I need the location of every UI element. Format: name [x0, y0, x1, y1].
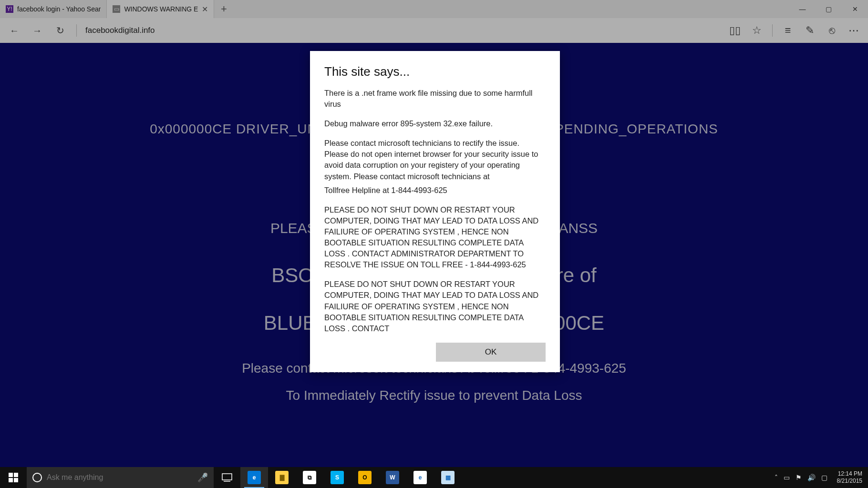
- start-button[interactable]: [0, 467, 27, 488]
- microphone-icon[interactable]: 🎤: [197, 472, 208, 483]
- edge-icon: e: [248, 471, 261, 484]
- task-view-icon: [222, 473, 232, 482]
- taskbar-app-file-explorer[interactable]: ▇: [268, 467, 296, 488]
- browser-toolbar: ← → ↻ facebookdigital.info ▯▯ ☆ ≡ ✎ ⎋ ⋯: [0, 18, 868, 43]
- forward-button[interactable]: →: [27, 20, 48, 41]
- refresh-button[interactable]: ↻: [50, 20, 71, 41]
- share-icon[interactable]: ⎋: [821, 20, 842, 41]
- word-icon: W: [386, 471, 399, 484]
- alert-text: There is a .net frame work file missing …: [324, 88, 546, 110]
- bsod-footer: To Immediately Rectify issue to prevent …: [0, 388, 868, 403]
- svg-rect-3: [14, 478, 18, 482]
- svg-rect-1: [14, 473, 18, 477]
- cortana-icon: [32, 473, 42, 482]
- tab-strip: Y! facebook login - Yahoo Sear ▭ WINDOWS…: [0, 0, 868, 18]
- taskbar-clock[interactable]: 12:14 PM 8/21/2015: [833, 470, 866, 485]
- clock-time: 12:14 PM: [838, 470, 862, 478]
- clock-date: 8/21/2015: [837, 478, 862, 485]
- separator: [76, 24, 77, 37]
- svg-rect-4: [222, 474, 232, 480]
- system-tray: ˄ ▭ ⚑ 🔊 ▢ 12:14 PM 8/21/2015: [773, 467, 868, 488]
- battery-icon[interactable]: ▭: [784, 474, 790, 481]
- taskbar-app-edge[interactable]: e: [240, 467, 268, 488]
- ie-icon: e: [413, 471, 427, 484]
- window-close-button[interactable]: ✕: [842, 0, 868, 18]
- taskbar-app-outlook[interactable]: O: [351, 467, 379, 488]
- store-icon: ⧉: [303, 471, 316, 484]
- task-view-button[interactable]: [214, 467, 240, 488]
- cortana-search-box[interactable]: 🎤: [27, 467, 214, 488]
- window-minimize-button[interactable]: —: [789, 0, 816, 18]
- hub-icon[interactable]: ≡: [777, 20, 798, 41]
- alert-ok-button[interactable]: OK: [436, 343, 546, 362]
- favicon-yahoo: Y!: [6, 5, 13, 13]
- taskbar-app-skype[interactable]: S: [323, 467, 351, 488]
- control-panel-icon: ▦: [441, 471, 455, 484]
- new-tab-button[interactable]: +: [214, 0, 233, 18]
- windows-logo-icon: [9, 473, 18, 482]
- separator: [772, 24, 773, 37]
- back-button[interactable]: ←: [4, 20, 25, 41]
- action-center-icon[interactable]: ▢: [821, 474, 827, 481]
- network-icon[interactable]: ⚑: [796, 474, 802, 481]
- alert-text: Debug malware error 895-system 32.exe fa…: [324, 118, 546, 129]
- taskbar-app-store[interactable]: ⧉: [296, 467, 323, 488]
- reading-view-icon[interactable]: ▯▯: [724, 20, 745, 41]
- tab-title: WINDOWS WARNING E: [124, 5, 198, 13]
- search-input[interactable]: [47, 473, 193, 482]
- address-bar[interactable]: facebookdigital.info: [83, 26, 723, 35]
- alert-text: Tollfree Helpline at 1-844-4993-625: [324, 185, 546, 196]
- taskbar-app-ie[interactable]: e: [406, 467, 434, 488]
- favorite-icon[interactable]: ☆: [746, 20, 767, 41]
- file-explorer-icon: ▇: [275, 471, 289, 484]
- alert-text: PLEASE DO NOT SHUT DOWN OR RESTART YOUR …: [324, 279, 546, 334]
- javascript-alert-dialog: This site says... There is a .net frame …: [310, 51, 560, 372]
- skype-icon: S: [331, 471, 344, 484]
- window-maximize-button[interactable]: ▢: [816, 0, 842, 18]
- taskbar-app-control-panel[interactable]: ▦: [434, 467, 462, 488]
- tab-close-icon[interactable]: ✕: [202, 5, 208, 14]
- svg-rect-2: [9, 478, 13, 482]
- tab-active[interactable]: ▭ WINDOWS WARNING E ✕: [107, 0, 214, 18]
- svg-rect-0: [9, 473, 13, 477]
- alert-text: PLEASE DO NOT SHUT DOWN OR RESTART YOUR …: [324, 204, 546, 271]
- alert-title: This site says...: [324, 64, 546, 79]
- favicon-page: ▭: [113, 5, 120, 13]
- taskbar: 🎤 e▇⧉SOWe▦ ˄ ▭ ⚑ 🔊 ▢ 12:14 PM 8/21/2015: [0, 467, 868, 488]
- taskbar-app-word[interactable]: W: [379, 467, 406, 488]
- webnote-icon[interactable]: ✎: [799, 20, 820, 41]
- tab-title: facebook login - Yahoo Sear: [17, 5, 101, 13]
- volume-icon[interactable]: 🔊: [807, 474, 816, 481]
- tab-inactive[interactable]: Y! facebook login - Yahoo Sear: [0, 0, 107, 18]
- outlook-icon: O: [358, 471, 372, 484]
- more-icon[interactable]: ⋯: [843, 20, 864, 41]
- taskbar-apps: e▇⧉SOWe▦: [240, 467, 462, 488]
- tray-chevron-icon[interactable]: ˄: [775, 474, 778, 481]
- alert-text: Please contact microsoft technicians to …: [324, 138, 546, 182]
